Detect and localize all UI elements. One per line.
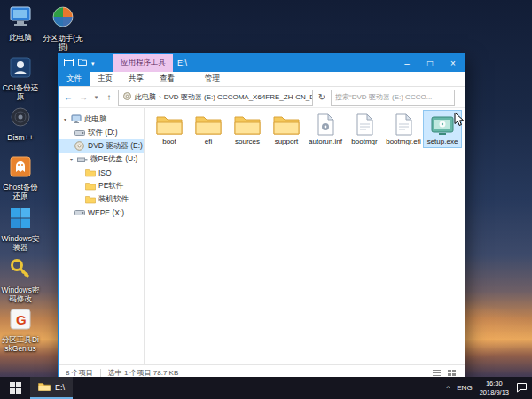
nav-item-label: ISO — [98, 168, 112, 177]
folder-icon — [273, 113, 300, 136]
nav-item-dvd-drive-e[interactable]: DVD 驱动器 (E:) C — [59, 139, 144, 153]
file-icon — [356, 113, 373, 136]
desktop-icon-windows-password[interactable]: Windows密码修改 — [0, 257, 41, 303]
key-icon — [9, 257, 32, 284]
history-dropdown-icon[interactable]: ▾ — [92, 94, 100, 101]
drive-icon — [74, 208, 85, 217]
tab-share[interactable]: 共享 — [121, 72, 152, 86]
tab-view[interactable]: 查看 — [152, 72, 183, 86]
nav-item-folder-iso[interactable]: ISO — [59, 166, 144, 179]
qat-folder-icon[interactable] — [78, 59, 87, 67]
nav-item-label: 装机软件 — [98, 194, 129, 205]
action-center-icon[interactable] — [516, 380, 528, 396]
refresh-button[interactable]: ↻ — [316, 92, 328, 102]
qat-dropdown-icon[interactable]: ▾ — [91, 60, 95, 66]
cgi-backup-icon — [10, 57, 31, 82]
desktop-icon-label: CGI备份还原 — [0, 83, 41, 101]
file-icon — [395, 113, 412, 136]
file-name: setup.exe — [427, 137, 458, 145]
diskgenius-icon: G — [10, 309, 31, 333]
file-item-file[interactable]: bootmgr — [345, 110, 384, 148]
tab-manage[interactable]: 管理 — [197, 72, 228, 86]
desktop-icon-cgi-backup[interactable]: CGI备份还原 — [0, 57, 41, 101]
desktop-icon-label: Windows安装器 — [0, 234, 41, 252]
nav-item-usb-u[interactable]: ▾ 微PE优盘 (U:) — [59, 153, 144, 166]
desktop-icon-label: Dism++ — [7, 133, 33, 142]
address-bar[interactable]: 此电脑 › DVD 驱动器 (E:) CCCOMA_X64FRE_ZH-CN_D… — [118, 90, 313, 106]
forward-button[interactable]: → — [77, 92, 90, 102]
ghost-backup-icon — [10, 156, 31, 181]
file-item-file[interactable]: bootmgr.efi — [384, 110, 423, 148]
language-indicator[interactable]: ENG — [457, 384, 472, 392]
desktop-icon-label: 分区工具DiskGenius — [0, 335, 41, 353]
file-item-folder[interactable]: efi — [189, 110, 228, 148]
search-input[interactable] — [331, 90, 455, 106]
breadcrumb-separator-icon: › — [159, 93, 161, 101]
file-item-folder[interactable]: sources — [228, 110, 267, 148]
svg-text:G: G — [16, 312, 27, 327]
desktop-icon-partition-assistant[interactable]: 分区助手(无损) — [43, 5, 83, 51]
clock-date: 2018/9/13 — [480, 388, 509, 397]
file-name: support — [275, 137, 299, 145]
desktop-icon-dism[interactable]: Dism++ — [0, 106, 41, 142]
status-divider — [100, 369, 101, 378]
desktop-icon-label: 分区助手(无损) — [43, 34, 83, 51]
window-title: E:\ — [177, 59, 187, 67]
file-item-folder[interactable]: support — [267, 110, 306, 148]
nav-item-label: 微PE优盘 (U:) — [90, 154, 137, 165]
setup-exe-icon — [431, 113, 454, 136]
explorer-folder-icon — [38, 382, 51, 392]
system-tray: ^ ENG 16:30 2018/9/13 — [447, 377, 532, 399]
breadcrumb-root[interactable]: 此电脑 — [135, 92, 156, 102]
desktop-icon-windows-installer[interactable]: Windows安装器 — [0, 207, 41, 252]
nav-item-label: 软件 (D:) — [88, 128, 118, 138]
file-item-inf[interactable]: autorun.inf — [306, 110, 345, 148]
nav-item-folder-zhuangji[interactable]: 装机软件 — [59, 192, 144, 206]
tab-home[interactable]: 主页 — [90, 72, 121, 86]
folder-icon — [85, 168, 96, 177]
window-system-icon[interactable] — [64, 59, 74, 68]
tab-file[interactable]: 文件 — [59, 72, 90, 86]
close-button[interactable]: × — [442, 54, 465, 72]
desktop-icon-this-pc[interactable]: 此电脑 — [0, 5, 41, 42]
breadcrumb-current[interactable]: DVD 驱动器 (E:) CCCOMA_X64FRE_ZH-CN_D... — [164, 92, 313, 102]
usb-drive-icon — [77, 155, 88, 164]
minimize-button[interactable]: – — [395, 54, 419, 72]
nav-item-wepe-x[interactable]: WEPE (X:) — [59, 206, 144, 219]
clock-time: 16:30 — [480, 379, 509, 388]
expand-arrow-icon[interactable]: ▾ — [68, 156, 74, 162]
up-button[interactable]: ↑ — [103, 92, 115, 102]
nav-item-label: 此电脑 — [84, 114, 107, 125]
file-item-folder[interactable]: boot — [150, 110, 189, 148]
title-bar[interactable]: ▾ 应用程序工具 E:\ – □ × — [59, 54, 465, 72]
maximize-button[interactable]: □ — [419, 54, 442, 72]
folder-icon — [234, 113, 261, 136]
file-name: boot — [162, 137, 176, 145]
nav-item-drive-d[interactable]: 软件 (D:) — [59, 126, 144, 139]
taskbar-explorer-label: E:\ — [55, 383, 65, 392]
window-controls: – □ × — [395, 54, 465, 72]
inf-file-icon — [317, 113, 334, 136]
file-list-area[interactable]: boot efi sources support autorun.inf — [145, 108, 465, 364]
nav-item-this-pc[interactable]: ▾ 此电脑 — [59, 113, 144, 126]
desktop-icon-diskgenius[interactable]: G 分区工具DiskGenius — [0, 309, 41, 353]
file-item-setup-exe[interactable]: setup.exe — [423, 110, 462, 148]
nav-item-folder-pe[interactable]: PE软件 — [59, 179, 144, 192]
file-name: sources — [235, 137, 260, 145]
desktop-wallpaper: 此电脑 分区助手(无损) CGI备份还原 Dism++ Ghost备份还原 Wi… — [0, 0, 532, 399]
taskbar-clock[interactable]: 16:30 2018/9/13 — [480, 379, 509, 397]
desktop-icon-label: 此电脑 — [9, 33, 32, 42]
start-button[interactable] — [0, 377, 30, 399]
expand-arrow-icon[interactable]: ▾ — [62, 116, 68, 122]
nav-item-label: WEPE (X:) — [88, 208, 124, 217]
hidden-icons-chevron[interactable]: ^ — [447, 384, 450, 392]
back-button[interactable]: ← — [62, 92, 74, 102]
address-drive-icon — [122, 92, 132, 102]
taskbar-explorer-button[interactable]: E:\ — [30, 377, 73, 399]
this-pc-icon — [9, 5, 32, 31]
explorer-window: ▾ 应用程序工具 E:\ – □ × 文件 主页 共享 查看 管理 ← → ▾ … — [58, 53, 466, 381]
ribbon-tab-row: 文件 主页 共享 查看 管理 — [59, 72, 465, 87]
contextual-tab-header: 应用程序工具 — [113, 54, 173, 72]
folder-icon — [85, 195, 96, 204]
desktop-icon-ghost-backup[interactable]: Ghost备份还原 — [0, 156, 41, 200]
